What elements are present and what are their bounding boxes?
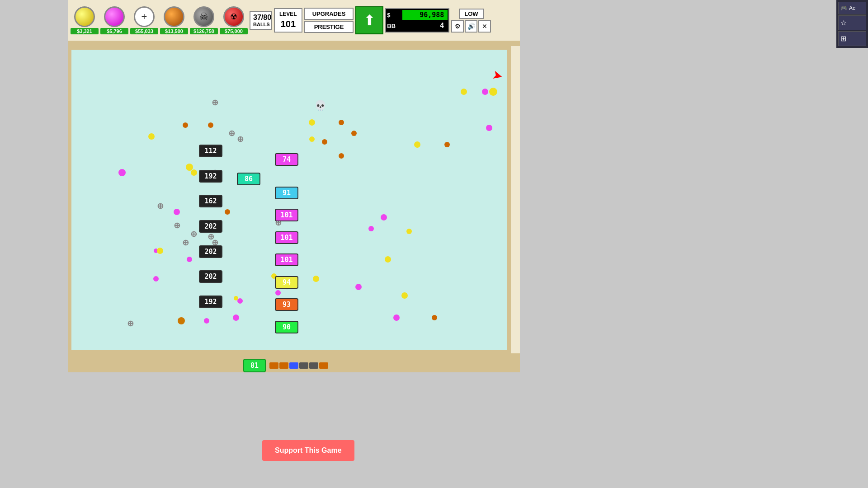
game-ball-12 <box>178 317 185 324</box>
game-ball-5 <box>191 169 197 176</box>
game-ball-23 <box>322 139 327 145</box>
upgrades-button[interactable]: UPGRADES <box>304 8 354 20</box>
pink-ball-price: $5,796 <box>100 28 128 34</box>
block-15: 90 <box>275 321 298 333</box>
game-ball-2 <box>183 122 188 128</box>
game-ball-9 <box>157 248 163 254</box>
plus-marker-7: ⊕ <box>208 232 214 242</box>
game-ball-37 <box>482 89 488 95</box>
red-ball-price: $75,000 <box>220 28 248 34</box>
quality-box: LOW ⚙ 🔊 ✕ <box>451 9 491 33</box>
orange-ball-btn[interactable]: $13,500 <box>160 6 188 34</box>
block-9: 91 <box>275 187 298 199</box>
orange-ball-price: $13,500 <box>160 28 188 34</box>
game-ball-32 <box>393 314 400 321</box>
game-ball-21 <box>339 120 344 125</box>
game-ball-34 <box>414 141 420 148</box>
skull-0: 💀 <box>314 100 326 112</box>
game-ball-15 <box>233 314 239 321</box>
game-ball-27 <box>368 226 374 231</box>
game-ball-10 <box>187 257 192 262</box>
money-box: $ 96,988 BB 4 <box>385 8 449 33</box>
game-ball-26 <box>381 214 387 221</box>
prestige-button[interactable]: PRESTIGE <box>304 21 354 33</box>
game-field[interactable]: ➤ ⊕⊕⊕⊕⊕⊕⊕⊕⊕⊕⊕⊕💀💀112192162202202202192748… <box>68 46 511 353</box>
pink-ball-btn[interactable]: $5,796 <box>100 6 128 34</box>
plus-ball-price: $55,033 <box>130 28 158 34</box>
game-ball-22 <box>309 136 315 142</box>
prestige-arrow-button[interactable]: ⬆ <box>355 6 383 34</box>
game-ball-18 <box>237 298 243 304</box>
block-0: 112 <box>199 145 222 157</box>
game-ball-25 <box>351 131 357 136</box>
block-6: 192 <box>199 296 222 308</box>
game-ball-29 <box>406 229 412 234</box>
game-ball-24 <box>339 153 344 159</box>
plus-marker-5: ⊕ <box>174 221 180 230</box>
yellow-ball-price: $3,321 <box>71 28 99 34</box>
support-button[interactable]: Support This Game <box>262 440 354 461</box>
bottom-block: 81 <box>243 359 266 372</box>
skull-ball-btn[interactable]: ☠ $126,750 <box>190 6 218 34</box>
game-ball-33 <box>432 315 437 320</box>
game-ball-0 <box>118 169 126 176</box>
game-ball-38 <box>489 88 497 96</box>
block-1: 192 <box>199 170 222 183</box>
skull-ball-price: $126,750 <box>190 28 218 34</box>
block-11: 101 <box>275 231 298 244</box>
game-ball-35 <box>461 89 467 95</box>
close-button[interactable]: ✕ <box>478 20 491 33</box>
level-box: LEVEL 101 <box>274 8 302 33</box>
block-7: 74 <box>275 153 298 166</box>
bottom-ruler <box>68 353 520 359</box>
block-3: 202 <box>199 220 222 233</box>
game-ball-1 <box>148 133 155 140</box>
game-ball-28 <box>385 256 391 263</box>
bottom-bar: 81 <box>68 359 520 372</box>
game-ball-30 <box>355 284 362 290</box>
block-13: 94 <box>275 276 298 289</box>
balls-counter: 37/80 BALLS <box>250 11 272 30</box>
game-ball-3 <box>208 122 213 128</box>
block-4: 202 <box>199 245 222 258</box>
game-ball-13 <box>204 318 209 324</box>
game-ball-17 <box>313 276 319 282</box>
red-ball-btn[interactable]: ☢ $75,000 <box>220 6 248 34</box>
mute-button[interactable]: 🔊 <box>465 20 477 33</box>
game-ball-19 <box>275 290 281 296</box>
star-icon: ☆ <box>840 19 847 27</box>
right-panel: 🎮 Ac ☆ ⊞ <box>836 0 868 48</box>
hud: $3,321 $5,796 + $55,033 $13,500 ☠ $126,7… <box>68 0 520 41</box>
star-button[interactable]: ☆ <box>838 15 866 30</box>
plus-ball-btn[interactable]: + $55,033 <box>130 6 158 34</box>
game-ball-36 <box>444 142 450 147</box>
block-10: 101 <box>275 209 298 221</box>
plus-marker-2: ⊕ <box>228 128 235 138</box>
plus-marker-4: ⊕ <box>157 201 164 211</box>
block-8: 86 <box>237 173 260 185</box>
game-ball-6 <box>174 209 180 215</box>
upgrades-prestige: UPGRADES PRESTIGE <box>304 8 354 33</box>
activity-button[interactable]: 🎮 Ac <box>838 2 866 14</box>
block-5: 202 <box>199 270 222 283</box>
block-12: 101 <box>275 253 298 266</box>
game-ball-20 <box>309 119 315 126</box>
block-2: 162 <box>199 195 222 207</box>
launcher-bar <box>269 362 328 369</box>
plus-marker-10: ⊕ <box>127 319 134 328</box>
arrow-up-icon: ⬆ <box>363 12 376 29</box>
plus-marker-0: ⊕ <box>212 98 218 108</box>
plus-marker-8: ⊕ <box>182 238 189 248</box>
yellow-ball-btn[interactable]: $3,321 <box>71 6 99 34</box>
game-ball-31 <box>401 292 408 299</box>
activity-icon: 🎮 <box>840 5 847 11</box>
plus-marker-3: ⊕ <box>237 134 244 144</box>
settings-button[interactable]: ⚙ <box>451 20 464 33</box>
block-14: 93 <box>275 298 298 311</box>
top-ruler <box>68 41 520 46</box>
game-ball-7 <box>225 209 230 215</box>
quality-label: LOW <box>459 9 483 19</box>
grid-icon: ⊞ <box>840 34 846 43</box>
grid-button[interactable]: ⊞ <box>838 31 866 46</box>
plus-marker-6: ⊕ <box>190 229 197 239</box>
